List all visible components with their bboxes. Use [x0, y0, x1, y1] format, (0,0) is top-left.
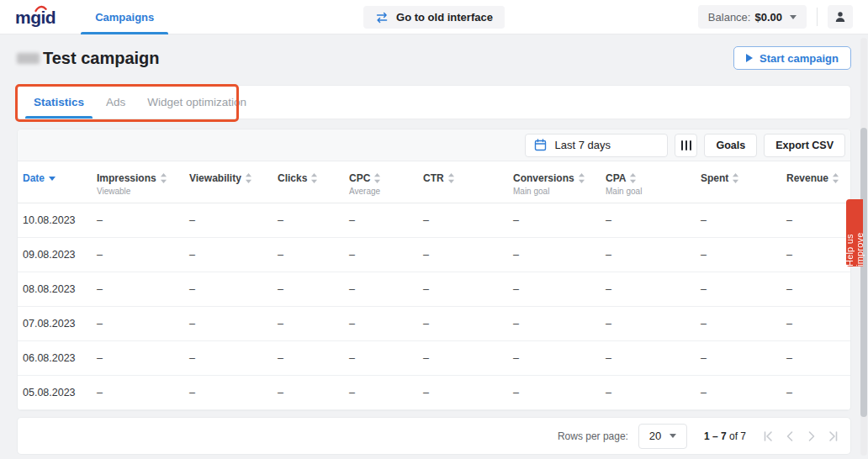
row-date: 05.08.2023: [23, 387, 97, 398]
column-sublabel: [701, 187, 786, 197]
scrollbar-thumb[interactable]: [860, 128, 867, 417]
tab-statistics[interactable]: Statistics: [25, 86, 93, 119]
column-header-cpa[interactable]: CPAMain goal: [606, 172, 701, 197]
row-empty-value: –: [786, 214, 850, 226]
caret-down-filled-icon: [49, 177, 56, 181]
row-empty-value: –: [513, 214, 606, 226]
export-csv-button[interactable]: Export CSV: [764, 134, 845, 157]
table-row: 05.08.2023–––––––––: [18, 376, 850, 410]
pagination-bar: Rows per page: 20 1 – 7 of 7: [17, 417, 851, 455]
row-empty-value: –: [349, 283, 423, 295]
chevron-down-icon: [790, 15, 797, 19]
row-empty-value: –: [278, 387, 349, 398]
row-empty-value: –: [606, 387, 701, 398]
column-header-conversions[interactable]: ConversionsMain goal: [513, 172, 606, 197]
row-empty-value: –: [423, 387, 513, 398]
row-empty-value: –: [349, 387, 423, 398]
user-menu-button[interactable]: [828, 5, 853, 29]
sort-arrows-icon: [161, 173, 167, 183]
row-empty-value: –: [349, 318, 423, 330]
column-header-ctr[interactable]: CTR: [423, 172, 513, 197]
start-campaign-button[interactable]: Start campaign: [733, 46, 851, 70]
column-header-viewability[interactable]: Viewability: [189, 172, 278, 197]
table-row: 10.08.2023–––––––––: [18, 203, 850, 238]
row-empty-value: –: [278, 214, 349, 226]
row-empty-value: –: [278, 352, 349, 364]
person-icon: [834, 10, 847, 24]
go-to-old-interface-button[interactable]: Go to old interface: [363, 6, 505, 29]
column-header-clicks[interactable]: Clicks: [278, 172, 349, 197]
row-empty-value: –: [701, 214, 786, 226]
row-empty-value: –: [786, 387, 850, 398]
row-empty-value: –: [513, 318, 606, 330]
row-empty-value: –: [513, 283, 606, 295]
sort-arrows-icon: [579, 173, 585, 183]
topbar-divider: [817, 8, 818, 26]
row-empty-value: –: [606, 249, 701, 261]
column-header-revenue[interactable]: Revenue: [786, 172, 850, 197]
sort-arrows-icon: [374, 173, 380, 183]
rows-per-page-value: 20: [649, 430, 661, 442]
balance-value: $0.00: [754, 11, 782, 24]
table-header-row: DateImpressionsViewableViewabilityClicks…: [18, 161, 850, 203]
row-empty-value: –: [278, 318, 349, 330]
next-page-button[interactable]: [803, 428, 820, 445]
last-page-button[interactable]: [825, 428, 842, 445]
tab-widget-optimization[interactable]: Widget optimization: [139, 86, 255, 119]
column-sublabel: [423, 187, 513, 197]
table-row: 09.08.2023–––––––––: [18, 238, 850, 272]
column-header-spent[interactable]: Spent: [701, 172, 786, 197]
table-row: 06.08.2023–––––––––: [18, 341, 850, 376]
row-empty-value: –: [189, 249, 278, 261]
sort-arrows-icon: [630, 173, 636, 183]
help-us-improve-tab[interactable]: Help us improve: [846, 199, 863, 266]
row-empty-value: –: [606, 352, 701, 364]
row-empty-value: –: [97, 352, 189, 364]
column-sublabel: [23, 187, 97, 197]
column-header-impressions[interactable]: ImpressionsViewable: [97, 172, 189, 197]
row-empty-value: –: [189, 283, 278, 295]
pagination-total: of 7: [729, 430, 746, 442]
column-sublabel: Average: [349, 187, 423, 197]
row-empty-value: –: [423, 352, 513, 364]
nav-tab-campaigns[interactable]: Campaigns: [81, 0, 168, 34]
sort-arrows-icon: [246, 173, 251, 183]
rows-per-page-label: Rows per page:: [558, 430, 628, 442]
row-date: 06.08.2023: [23, 352, 97, 364]
row-empty-value: –: [513, 387, 606, 398]
play-icon: [746, 54, 753, 62]
balance-dropdown[interactable]: Balance: $0.00: [698, 5, 807, 29]
row-empty-value: –: [189, 352, 278, 364]
column-settings-button[interactable]: [675, 134, 697, 157]
column-header-cpc[interactable]: CPCAverage: [349, 172, 423, 197]
row-empty-value: –: [606, 318, 701, 330]
row-empty-value: –: [513, 249, 606, 261]
rows-per-page-select[interactable]: 20: [638, 424, 687, 449]
date-range-select[interactable]: Last 7 days: [525, 134, 668, 157]
prev-page-button[interactable]: [781, 428, 798, 445]
first-page-button[interactable]: [760, 428, 776, 445]
calendar-icon: [534, 139, 547, 151]
row-empty-value: –: [278, 283, 349, 295]
row-date: 09.08.2023: [23, 249, 97, 261]
go-to-old-interface-label: Go to old interface: [396, 11, 493, 24]
pager-controls: [760, 428, 842, 445]
start-campaign-label: Start campaign: [760, 52, 839, 65]
row-date: 07.08.2023: [23, 318, 97, 330]
topbar: mgid Campaigns Go to old interface Balan…: [0, 0, 868, 34]
page-title: Test campaign: [43, 49, 160, 68]
column-sublabel: [786, 187, 850, 197]
mgid-logo[interactable]: mgid: [15, 8, 56, 26]
first-page-icon: [760, 429, 775, 444]
column-header-date[interactable]: Date: [23, 172, 97, 197]
last-page-icon: [826, 429, 841, 444]
row-empty-value: –: [786, 318, 850, 330]
balance-label: Balance:: [708, 11, 751, 24]
row-date: 08.08.2023: [23, 283, 97, 295]
row-empty-value: –: [349, 352, 423, 364]
table-row: 08.08.2023–––––––––: [18, 272, 850, 307]
row-empty-value: –: [349, 249, 423, 261]
title-group: Test campaign: [17, 49, 160, 68]
goals-button[interactable]: Goals: [704, 134, 757, 157]
tab-ads[interactable]: Ads: [98, 86, 134, 119]
